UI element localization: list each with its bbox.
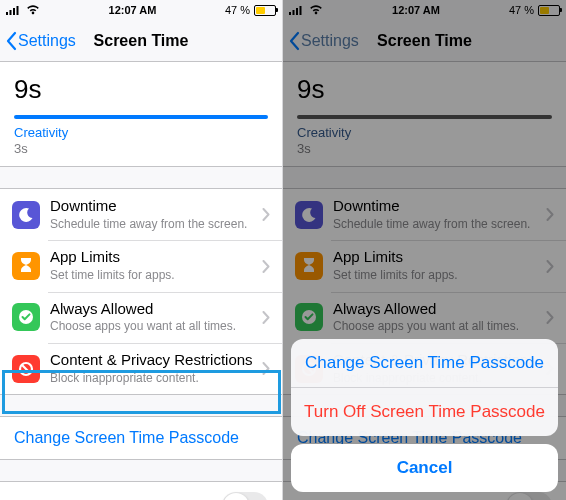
chevron-right-icon <box>262 362 270 375</box>
total-time: 9s <box>14 74 268 105</box>
screen-right: 12:07 AM 47 % Settings Screen Time 9s Cr… <box>283 0 566 500</box>
category-label: Creativity <box>14 125 268 140</box>
signal-icon <box>6 5 22 15</box>
sheet-turnoff-passcode[interactable]: Turn Off Screen Time Passcode <box>291 387 558 436</box>
sheet-change-passcode[interactable]: Change Screen Time Passcode <box>291 339 558 387</box>
chevron-left-icon <box>4 31 18 51</box>
wifi-icon <box>26 5 40 15</box>
usage-bar <box>14 115 268 119</box>
nosign-icon <box>12 355 40 383</box>
action-sheet: Change Screen Time Passcode Turn Off Scr… <box>291 339 558 492</box>
option-title: App Limits <box>50 248 256 267</box>
change-passcode-button[interactable]: Change Screen Time Passcode <box>0 416 282 460</box>
option-title: Content & Privacy Restrictions <box>50 351 256 370</box>
option-subtitle: Schedule time away from the screen. <box>50 217 256 233</box>
nav-bar: Settings Screen Time <box>0 20 282 62</box>
battery-percentage: 47 % <box>225 4 250 16</box>
svg-rect-0 <box>6 12 8 15</box>
svg-rect-1 <box>10 10 12 15</box>
status-time: 12:07 AM <box>40 4 225 16</box>
option-row-downtime[interactable]: DowntimeSchedule time away from the scre… <box>0 189 282 240</box>
option-row-app-limits[interactable]: App LimitsSet time limits for apps. <box>0 240 282 291</box>
option-subtitle: Block inappropriate content. <box>50 371 256 387</box>
moon-icon <box>12 201 40 229</box>
sheet-cancel[interactable]: Cancel <box>291 444 558 492</box>
back-label: Settings <box>18 32 76 50</box>
chevron-right-icon <box>262 208 270 221</box>
option-subtitle: Set time limits for apps. <box>50 268 256 284</box>
category-value: 3s <box>14 141 268 156</box>
svg-rect-2 <box>13 8 15 15</box>
share-toggle[interactable] <box>222 492 268 500</box>
share-across-devices-row: Share Across Devices <box>0 481 282 500</box>
check-icon <box>12 303 40 331</box>
option-row-content-privacy-restrictions[interactable]: Content & Privacy RestrictionsBlock inap… <box>0 343 282 394</box>
option-subtitle: Choose apps you want at all times. <box>50 319 256 335</box>
screen-left: 12:07 AM 47 % Settings Screen Time 9s Cr… <box>0 0 283 500</box>
option-title: Always Allowed <box>50 300 256 319</box>
hourglass-icon <box>12 252 40 280</box>
svg-line-6 <box>22 365 30 373</box>
options-list: DowntimeSchedule time away from the scre… <box>0 188 282 395</box>
svg-rect-3 <box>17 6 19 15</box>
chevron-right-icon <box>262 311 270 324</box>
battery-icon <box>254 5 276 16</box>
back-button[interactable]: Settings <box>0 31 76 51</box>
status-bar: 12:07 AM 47 % <box>0 0 282 20</box>
chevron-right-icon <box>262 260 270 273</box>
option-row-always-allowed[interactable]: Always AllowedChoose apps you want at al… <box>0 292 282 343</box>
option-title: Downtime <box>50 197 256 216</box>
change-passcode-label: Change Screen Time Passcode <box>14 429 239 447</box>
summary-card[interactable]: 9s Creativity 3s <box>0 62 282 167</box>
